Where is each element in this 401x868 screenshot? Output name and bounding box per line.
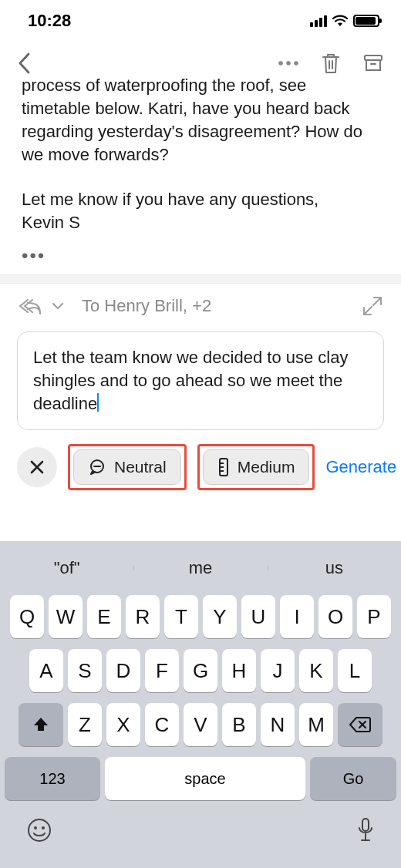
email-paragraph: process of waterproofing the roof, see t…	[22, 74, 379, 167]
key-e[interactable]: E	[87, 595, 121, 638]
key-u[interactable]: U	[241, 595, 275, 638]
key-t[interactable]: T	[164, 595, 198, 638]
key-r[interactable]: R	[126, 595, 160, 638]
smile-icon	[26, 817, 52, 843]
archive-button[interactable]	[362, 52, 384, 74]
archive-icon	[362, 52, 384, 74]
key-row-bottom: 123 space Go	[0, 757, 401, 808]
status-bar: 10:28	[0, 0, 401, 42]
expand-arrows-icon	[361, 294, 384, 318]
email-closing: Let me know if you have any questions, K…	[22, 188, 379, 234]
key-row-3: Z X C V B N M	[5, 703, 396, 746]
key-c[interactable]: C	[145, 703, 179, 746]
backspace-icon	[349, 716, 372, 733]
svg-point-0	[278, 61, 283, 66]
svg-point-6	[29, 819, 50, 841]
svg-point-8	[42, 826, 45, 829]
key-m[interactable]: M	[299, 703, 333, 746]
key-x[interactable]: X	[106, 703, 140, 746]
tone-chip[interactable]: Neutral	[73, 449, 181, 485]
key-l[interactable]: L	[338, 649, 372, 692]
svg-point-1	[286, 61, 291, 66]
reply-header: To Henry Brill, +2	[0, 284, 401, 324]
key-row-1: Q W E R T Y U I O P	[5, 595, 396, 638]
cellular-signal-icon	[310, 15, 327, 27]
backspace-key[interactable]	[338, 703, 382, 746]
svg-point-2	[294, 61, 298, 66]
key-d[interactable]: D	[106, 649, 140, 692]
ruler-icon	[217, 457, 230, 477]
length-chip-highlight: Medium	[197, 444, 315, 490]
go-key[interactable]: Go	[310, 757, 396, 800]
compose-text: Let the team know we decided to use clay…	[33, 348, 348, 413]
key-q[interactable]: Q	[10, 595, 44, 638]
key-v[interactable]: V	[184, 703, 217, 746]
microphone-icon	[356, 817, 375, 843]
tone-label: Neutral	[114, 458, 167, 476]
email-sender: Kevin S	[22, 213, 80, 232]
emoji-button[interactable]	[26, 817, 52, 843]
key-n[interactable]: N	[261, 703, 295, 746]
key-k[interactable]: K	[299, 649, 333, 692]
numbers-key[interactable]: 123	[5, 757, 100, 800]
key-row-2: A S D F G H J K L	[5, 649, 396, 692]
key-j[interactable]: J	[261, 649, 295, 692]
email-body: process of waterproofing the roof, see t…	[0, 74, 401, 234]
compose-textarea[interactable]: Let the team know we decided to use clay…	[17, 331, 384, 430]
key-h[interactable]: H	[222, 649, 256, 692]
svg-point-7	[34, 826, 37, 829]
svg-rect-9	[362, 819, 369, 831]
reply-mode-dropdown[interactable]	[51, 301, 65, 311]
wifi-icon	[332, 15, 349, 27]
battery-icon	[353, 15, 379, 27]
reply-all-button[interactable]	[17, 297, 45, 315]
recipients-field[interactable]: To Henry Brill, +2	[82, 296, 211, 316]
trash-icon	[321, 52, 341, 75]
ellipsis-icon	[278, 60, 299, 66]
reply-all-icon	[17, 297, 45, 315]
suggestion-0[interactable]: "of"	[0, 558, 133, 578]
shift-key[interactable]	[19, 703, 63, 746]
key-y[interactable]: Y	[203, 595, 237, 638]
status-time: 10:28	[28, 11, 71, 31]
length-chip[interactable]: Medium	[203, 449, 310, 485]
generate-button[interactable]: Generate	[325, 457, 398, 477]
suggestion-2[interactable]: us	[268, 558, 401, 578]
keyboard: "of" me us Q W E R T Y U I O P A S D F G…	[0, 541, 401, 868]
key-g[interactable]: G	[184, 649, 217, 692]
dismiss-button[interactable]	[17, 447, 57, 487]
key-a[interactable]: A	[29, 649, 63, 692]
generation-controls: Neutral Medium Generate	[0, 430, 401, 503]
space-key[interactable]: space	[105, 757, 305, 800]
close-icon	[29, 459, 45, 476]
key-i[interactable]: I	[280, 595, 314, 638]
expand-truncation-button[interactable]: •••	[0, 245, 401, 267]
key-p[interactable]: P	[357, 595, 391, 638]
key-s[interactable]: S	[68, 649, 102, 692]
length-label: Medium	[238, 458, 295, 476]
more-button[interactable]	[278, 60, 299, 66]
section-divider	[0, 274, 401, 284]
delete-button[interactable]	[321, 52, 341, 75]
svg-rect-3	[365, 56, 382, 60]
closing-line: Let me know if you have any questions,	[22, 190, 318, 209]
chevron-left-icon	[17, 52, 32, 75]
key-f[interactable]: F	[145, 649, 179, 692]
dictation-button[interactable]	[356, 817, 375, 843]
back-button[interactable]	[17, 52, 32, 75]
key-w[interactable]: W	[49, 595, 83, 638]
status-indicators	[310, 15, 379, 27]
shift-arrow-icon	[32, 715, 50, 734]
speech-bubble-icon	[88, 459, 106, 476]
expand-compose-button[interactable]	[361, 294, 384, 318]
key-o[interactable]: O	[318, 595, 352, 638]
text-cursor	[97, 393, 99, 412]
suggestion-bar: "of" me us	[0, 547, 401, 589]
tone-chip-highlight: Neutral	[68, 444, 187, 490]
chevron-down-icon	[51, 301, 65, 311]
key-b[interactable]: B	[222, 703, 256, 746]
keyboard-footer	[0, 808, 401, 868]
suggestion-1[interactable]: me	[133, 558, 267, 578]
key-z[interactable]: Z	[68, 703, 102, 746]
